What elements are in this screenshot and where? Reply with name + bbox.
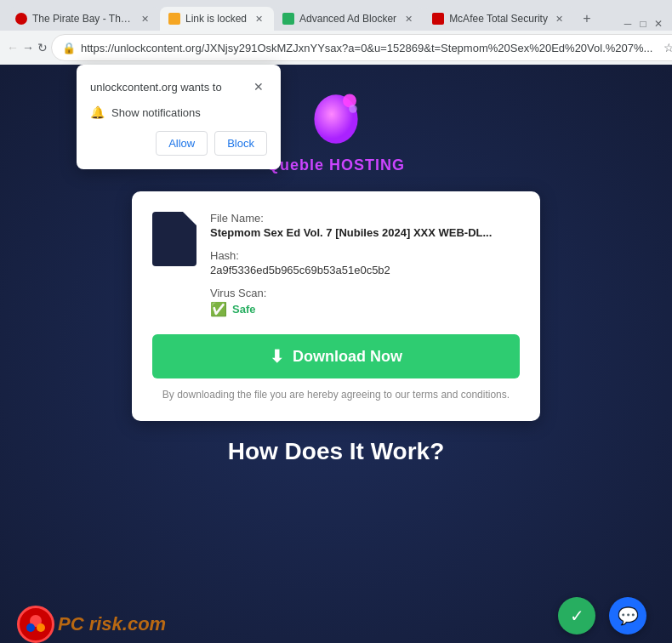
notification-title: unlockcontent.org wants to — [90, 81, 222, 94]
file-name-value: Stepmom Sex Ed Vol. 7 [Nubiles 2024] XXX… — [210, 226, 520, 239]
green-check-button[interactable]: ✓ — [558, 597, 595, 634]
url-text: https://unlockcontent.org/JXNjsy291OskMZ… — [81, 42, 652, 54]
svg-point-4 — [26, 623, 35, 632]
how-section: How Does It Work? — [17, 438, 655, 474]
file-details: File Name: Stepmom Sex Ed Vol. 7 [Nubile… — [210, 212, 520, 317]
svg-point-5 — [37, 623, 45, 632]
window-controls: ─ □ ✕ — [621, 17, 665, 31]
tab-close-1[interactable]: ✕ — [138, 12, 151, 26]
allow-button[interactable]: Allow — [156, 131, 208, 156]
tab-close-4[interactable]: ✕ — [553, 12, 567, 26]
download-icon: ⬇ — [270, 346, 284, 367]
file-icon — [152, 212, 196, 266]
notification-description: Show notifications — [111, 106, 201, 119]
minimize-button[interactable]: ─ — [621, 17, 635, 31]
address-bar: ← → ↻ 🔒 https://unlockcontent.org/JXNjsy… — [0, 31, 672, 65]
hash-label: Hash: — [210, 249, 520, 262]
card-content: File Name: Stepmom Sex Ed Vol. 7 [Nubile… — [152, 212, 520, 317]
new-tab-button[interactable]: + — [575, 7, 599, 31]
chat-button[interactable]: 💬 — [609, 597, 646, 634]
tab-close-3[interactable]: ✕ — [401, 12, 415, 26]
file-icon-area — [152, 212, 196, 317]
browser-chrome: The Pirate Bay - The g... ✕ Link is lock… — [0, 0, 672, 65]
reload-button[interactable]: ↻ — [37, 36, 48, 60]
notification-row: 🔔 Show notifications — [90, 105, 267, 119]
download-button-label: Download Now — [293, 348, 402, 366]
tab-label-4: McAfee Total Security — [449, 13, 548, 25]
download-card: File Name: Stepmom Sex Ed Vol. 7 [Nubile… — [132, 191, 540, 421]
safe-check-icon: ✅ — [210, 301, 227, 317]
download-button[interactable]: ⬇ Download Now — [152, 334, 520, 378]
svg-point-2 — [349, 105, 357, 113]
logo-text: Queble HOSTING — [267, 156, 405, 174]
pcrisk-watermark: PC risk.com — [17, 606, 166, 643]
pcrisk-logo-svg — [24, 612, 48, 636]
block-button[interactable]: Block — [214, 131, 267, 156]
tab-favicon-3 — [282, 13, 294, 25]
notification-close-button[interactable]: ✕ — [250, 78, 267, 95]
forward-button[interactable]: → — [22, 36, 34, 60]
virus-scan-label: Virus Scan: — [210, 287, 520, 299]
virus-scan-row: ✅ Safe — [210, 301, 520, 317]
how-title: How Does It Work? — [228, 438, 445, 465]
tab-bar: The Pirate Bay - The g... ✕ Link is lock… — [0, 0, 672, 31]
tab-mcafee[interactable]: McAfee Total Security ✕ — [424, 7, 575, 31]
tab-favicon-1 — [15, 13, 27, 25]
tab-pirate-bay[interactable]: The Pirate Bay - The g... ✕ — [7, 7, 160, 31]
tab-label-3: Advanced Ad Blocker — [299, 13, 396, 25]
logo-area: Queble HOSTING — [267, 82, 405, 174]
bookmark-icon[interactable]: ☆ — [658, 37, 672, 59]
terms-text: By downloading the file you are hereby a… — [152, 389, 520, 401]
tab-link-locked[interactable]: Link is locked ✕ — [160, 7, 274, 31]
url-bar[interactable]: 🔒 https://unlockcontent.org/JXNjsy291Osk… — [51, 34, 672, 61]
logo-blob — [302, 82, 370, 150]
tab-ad-blocker[interactable]: Advanced Ad Blocker ✕ — [274, 7, 424, 31]
tab-label-1: The Pirate Bay - The g... — [32, 13, 133, 25]
notification-buttons: Allow Block — [90, 131, 267, 156]
tab-favicon-4 — [432, 13, 444, 25]
pcrisk-logo-circle — [17, 606, 54, 643]
tab-favicon-2 — [168, 13, 180, 25]
pcrisk-text: PC risk.com — [58, 613, 166, 635]
lock-icon: 🔒 — [62, 42, 76, 54]
tab-close-2[interactable]: ✕ — [252, 12, 265, 26]
notification-header: unlockcontent.org wants to ✕ — [90, 78, 267, 95]
maximize-button[interactable]: □ — [636, 17, 650, 31]
virus-scan-value: Safe — [232, 303, 255, 316]
bell-icon: 🔔 — [90, 105, 105, 119]
file-name-label: File Name: — [210, 212, 520, 225]
hash-value: 2a9f5336ed5b965c69b53a51e0c5b2 — [210, 264, 520, 276]
notification-popup: unlockcontent.org wants to ✕ 🔔 Show noti… — [77, 65, 281, 169]
tab-label-2: Link is locked — [185, 13, 247, 25]
close-window-button[interactable]: ✕ — [652, 17, 665, 31]
back-button[interactable]: ← — [7, 36, 19, 60]
